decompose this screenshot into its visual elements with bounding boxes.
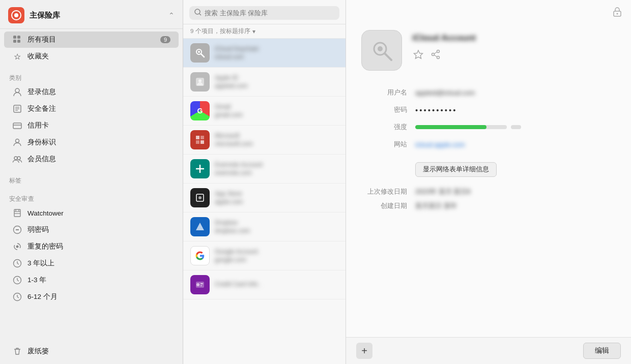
password-row: 密码 •••••••••• [361,105,616,114]
detail-fields: 用户名 appleid@icloud.com 密码 •••••••••• 强度 [361,88,616,149]
svg-line-26 [17,263,19,264]
sidebar-item-credit[interactable]: 信用卡 [4,117,179,134]
password-value: •••••••••• [415,106,616,114]
sidebar-item-all[interactable]: 所有项目 9 [4,32,179,48]
created-label: 创建日期 [361,201,407,210]
sidebar-item-favorites[interactable]: ☆ 收藏夹 [4,48,179,65]
svg-rect-4 [13,40,16,43]
show-network-btn[interactable]: 显示网络表单详细信息 [415,162,497,177]
website-value[interactable]: icloud.apple.com [415,141,616,148]
sidebar-item-weak[interactable]: 弱密码 [4,222,179,238]
username-label: 用户名 [361,88,407,97]
credit-icon [12,120,22,131]
item-sub: gmail.com [215,111,338,118]
svg-point-13 [16,139,19,143]
vault-expand-icon[interactable]: ⌃ [168,11,175,19]
detail-bottom-bar: + 编辑 [346,337,631,364]
list-item[interactable]: Microsoft microsoft.com [183,126,346,155]
items-list: iCloud Keychain icloud.com Apple ID appl… [183,39,346,364]
item-sub: microsoft.com [215,140,338,147]
svg-rect-51 [200,283,203,284]
sidebar-item-login[interactable]: 登录信息 [4,84,179,100]
security-section: 安全审查 Watchtower 弱密码 [0,188,183,308]
sidebar-item-reused[interactable]: 重复的密码 [4,238,179,255]
item-count-text: 9 个项目，按标题排序 [190,27,250,35]
password-label: 密码 [361,105,407,114]
sidebar-item-identity[interactable]: 身份标识 [4,134,179,150]
old13-label: 1-3 年 [27,276,170,285]
membership-icon [12,154,22,164]
search-input[interactable] [205,9,334,17]
item-title: Apple ID [215,74,338,81]
created-value: 某月某日 某年 [415,201,616,210]
weak-label: 弱密码 [27,225,170,234]
sidebar-item-membership[interactable]: 会员信息 [4,151,179,167]
membership-label: 会员信息 [27,155,170,164]
svg-point-6 [15,88,19,93]
sidebar-item-old3y[interactable]: 3 年以上 [4,255,179,271]
categories-title: 类别 [0,69,183,83]
list-header: 9 个项目，按标题排序 ▾ [183,24,346,39]
username-value: appleid@icloud.com [415,89,616,97]
old3y-label: 3 年以上 [27,259,170,268]
sidebar-item-watchtower[interactable]: Watchtower [4,205,179,221]
sidebar: 主保险库 ⌃ 所有项目 9 ☆ 收藏夹 类别 [0,0,183,364]
list-item[interactable]: iCloud Keychain icloud.com [183,39,346,68]
svg-marker-58 [414,50,423,58]
all-items-icon [12,35,22,45]
item-text: Google Account google.com [215,248,338,263]
list-item[interactable]: Dropbox dropbox.com [183,213,346,241]
svg-point-23 [16,246,19,248]
list-item[interactable]: App Store apple.com [183,184,346,213]
list-item[interactable]: Credit Card Info . [183,270,346,299]
website-row: 网站 icloud.apple.com [361,140,616,149]
share-button[interactable] [429,48,442,63]
sidebar-item-old13[interactable]: 1-3 年 [4,272,179,288]
sidebar-item-note[interactable]: 安全备注 [4,101,179,117]
vault-title: 主保险库 [30,11,168,20]
svg-point-47 [198,196,202,199]
strength-track [415,125,507,129]
search-wrap[interactable] [189,6,339,20]
old612-label: 6-12 个月 [27,292,170,301]
detail-app-icon [361,30,402,71]
lock-icon [612,6,623,20]
sidebar-item-trash[interactable]: 废纸篓 [4,343,179,359]
detail-header-right: iCloud Account [412,30,476,63]
sidebar-item-old612[interactable]: 6-12 个月 [4,289,179,305]
list-item[interactable]: Evernote Account evernote.com [183,155,346,184]
old3y-icon [12,258,22,268]
detail-panel: iCloud Account [346,0,631,364]
strength-label: 强度 [361,123,407,132]
list-item[interactable]: G Gmail gmail.com [183,97,346,126]
list-item[interactable]: Google Account google.com [183,241,346,270]
svg-point-33 [195,9,200,14]
favorite-button[interactable] [412,48,424,63]
item-icon [190,130,210,149]
item-title: Evernote Account [215,161,338,168]
svg-marker-48 [196,223,204,230]
svg-rect-41 [200,136,204,139]
vault-header: 主保险库 ⌃ [0,0,183,29]
item-icon [190,188,210,207]
watchtower-icon [12,208,22,218]
strength-extra [511,125,521,129]
list-item[interactable]: Apple ID appleid.com [183,68,346,97]
search-icon [194,9,202,17]
strength-row: 强度 [361,123,616,132]
sort-chevron-icon[interactable]: ▾ [252,28,255,35]
item-sub: google.com [215,256,338,263]
item-sub: apple.com [215,198,338,205]
svg-line-62 [434,52,437,54]
strength-bar [415,125,521,129]
item-sub: icloud.com [215,53,338,60]
add-button[interactable]: + [356,343,372,359]
edit-button[interactable]: 编辑 [583,343,621,359]
svg-point-60 [432,53,435,56]
svg-point-36 [198,51,200,53]
nav-section: 所有项目 9 ☆ 收藏夹 [0,29,183,67]
watchtower-label: Watchtower [27,209,170,217]
item-icon [190,159,210,178]
item-text: iCloud Keychain icloud.com [215,45,338,60]
tags-title: 标签 [0,172,183,186]
